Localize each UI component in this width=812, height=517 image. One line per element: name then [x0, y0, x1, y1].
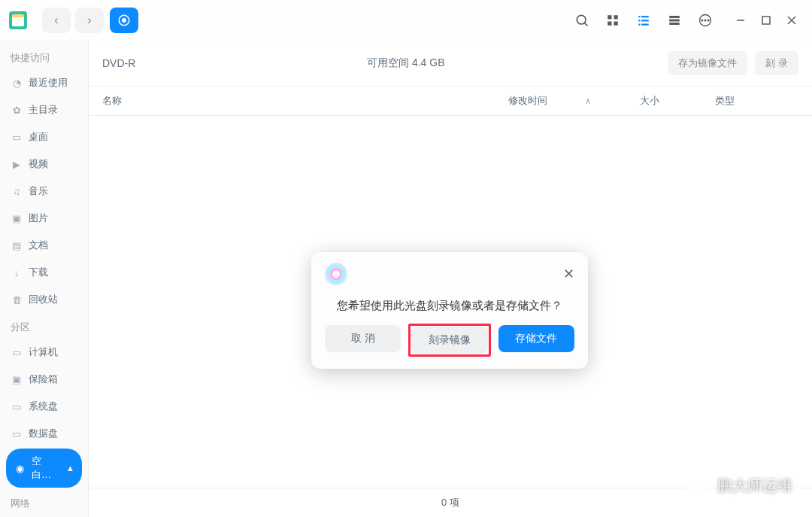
- clock-icon: ◔: [11, 77, 23, 89]
- sidebar-item-label: 回收站: [29, 293, 58, 306]
- svg-rect-14: [669, 16, 680, 18]
- more-icon[interactable]: [698, 13, 713, 28]
- sidebar-item-music[interactable]: ♫音乐: [0, 178, 88, 205]
- video-icon: ▶: [11, 158, 23, 170]
- search-icon[interactable]: [574, 13, 589, 28]
- minimize-icon[interactable]: [735, 15, 746, 26]
- col-modified[interactable]: 修改时间∧: [508, 94, 640, 108]
- available-space-label: 可用空间 4.4 GB: [367, 56, 444, 70]
- sidebar-item-label: 保险箱: [29, 373, 58, 386]
- sidebar-item-trash[interactable]: 🗑回收站: [0, 286, 88, 313]
- sidebar-item-data-disk[interactable]: ▭数据盘: [0, 420, 88, 447]
- dialog-cancel-button[interactable]: 取 消: [325, 325, 401, 352]
- svg-rect-22: [762, 17, 770, 24]
- sidebar-section-volumes: 分区: [0, 313, 88, 339]
- svg-rect-4: [607, 15, 611, 19]
- sidebar-section-quick: 快捷访问: [0, 44, 88, 69]
- col-size[interactable]: 大小: [640, 94, 715, 108]
- svg-rect-8: [638, 16, 640, 17]
- eject-icon[interactable]: ▲: [66, 464, 74, 473]
- svg-rect-13: [641, 24, 649, 26]
- computer-icon: ▭: [11, 346, 23, 358]
- watermark: 鹏大师运维: [686, 476, 792, 496]
- close-icon[interactable]: [786, 15, 797, 26]
- sidebar-item-label: 最近使用: [29, 76, 68, 90]
- dialog-disc-icon: [325, 263, 347, 285]
- svg-rect-5: [614, 15, 618, 19]
- titlebar-actions: [574, 13, 803, 28]
- sort-asc-icon: ∧: [585, 96, 591, 106]
- disk-icon: ▭: [11, 400, 23, 412]
- sidebar-item-recent[interactable]: ◔最近使用: [0, 69, 88, 96]
- compact-view-icon[interactable]: [668, 14, 681, 27]
- dialog-message: 您希望使用此光盘刻录镜像或者是存储文件？: [325, 299, 574, 313]
- save-image-button[interactable]: 存为镜像文件: [668, 51, 747, 75]
- burn-dialog: ✕ 您希望使用此光盘刻录镜像或者是存储文件？ 取 消 刻录镜像 存储文件: [311, 252, 588, 369]
- svg-rect-11: [641, 20, 649, 21]
- svg-point-20: [707, 20, 709, 21]
- svg-point-2: [577, 15, 586, 24]
- svg-rect-6: [607, 22, 611, 26]
- highlight-annotation: 刻录镜像: [408, 324, 490, 357]
- dialog-burn-image-button[interactable]: 刻录镜像: [411, 327, 487, 354]
- sidebar-item-label: 下载: [29, 266, 48, 279]
- titlebar: ‹ ›: [0, 0, 812, 41]
- dialog-store-file-button[interactable]: 存储文件: [498, 325, 574, 352]
- image-icon: ▣: [11, 212, 23, 224]
- app-logo-icon: [9, 11, 27, 29]
- disk-icon: ▭: [11, 427, 23, 439]
- doc-icon: ▤: [11, 239, 23, 251]
- col-type[interactable]: 类型: [715, 94, 798, 108]
- nav-back-button[interactable]: ‹: [42, 8, 71, 33]
- disc-type-label: DVD-R: [102, 57, 135, 69]
- icons-view-icon[interactable]: [606, 14, 620, 27]
- desktop-icon: ▭: [11, 131, 23, 143]
- nav-forward-button[interactable]: ›: [75, 8, 104, 33]
- svg-rect-9: [641, 16, 649, 17]
- watermark-icon: [686, 479, 710, 494]
- svg-rect-15: [669, 20, 680, 22]
- sidebar-item-video[interactable]: ▶视频: [0, 151, 88, 178]
- sidebar-item-vault[interactable]: ▣保险箱: [0, 366, 88, 393]
- svg-rect-16: [669, 23, 680, 25]
- svg-rect-12: [638, 24, 640, 26]
- watermark-text: 鹏大师运维: [717, 476, 792, 496]
- sidebar-item-computer[interactable]: ▭计算机: [0, 339, 88, 366]
- music-icon: ♫: [11, 185, 23, 197]
- svg-rect-10: [638, 20, 640, 21]
- sidebar-item-images[interactable]: ▣图片: [0, 205, 88, 232]
- svg-point-18: [701, 20, 703, 21]
- sidebar-item-label: 数据盘: [29, 427, 58, 440]
- sidebar-item-label: 文档: [29, 239, 48, 252]
- sidebar-item-blank-disc[interactable]: ◉空白…▲: [6, 449, 82, 488]
- sidebar-item-desktop[interactable]: ▭桌面: [0, 123, 88, 151]
- col-name[interactable]: 名称: [102, 94, 508, 108]
- svg-line-3: [584, 23, 587, 26]
- sidebar-item-label: 图片: [29, 211, 48, 225]
- safe-icon: ▣: [11, 373, 23, 385]
- sidebar-item-label: 系统盘: [29, 400, 58, 413]
- sidebar-item-home[interactable]: ✿主目录: [0, 96, 88, 123]
- disc-icon: ◉: [14, 462, 26, 474]
- sidebar-item-docs[interactable]: ▤文档: [0, 232, 88, 259]
- svg-point-19: [704, 20, 706, 21]
- download-icon: ↓: [11, 266, 23, 278]
- sidebar-item-label: 音乐: [29, 184, 48, 198]
- sidebar-item-system-disk[interactable]: ▭系统盘: [0, 393, 88, 420]
- disc-button[interactable]: [110, 8, 138, 33]
- maximize-icon[interactable]: [761, 15, 771, 26]
- home-icon: ✿: [11, 104, 23, 116]
- burn-button[interactable]: 刻 录: [755, 51, 798, 75]
- list-view-icon[interactable]: [636, 14, 651, 27]
- nav-group: ‹ ›: [42, 8, 104, 33]
- sidebar-item-label: 视频: [29, 157, 48, 171]
- dialog-close-button[interactable]: ✕: [563, 266, 574, 282]
- trash-icon: 🗑: [11, 293, 23, 306]
- sidebar-item-label: 计算机: [29, 345, 58, 359]
- svg-rect-7: [614, 22, 618, 26]
- sidebar-item-download[interactable]: ↓下载: [0, 259, 88, 286]
- sidebar-item-label: 桌面: [29, 130, 48, 144]
- sidebar-section-network: 网络: [0, 489, 88, 515]
- column-headers: 名称 修改时间∧ 大小 类型: [89, 87, 812, 116]
- disc-info-bar: DVD-R 可用空间 4.4 GB 存为镜像文件 刻 录: [89, 41, 812, 87]
